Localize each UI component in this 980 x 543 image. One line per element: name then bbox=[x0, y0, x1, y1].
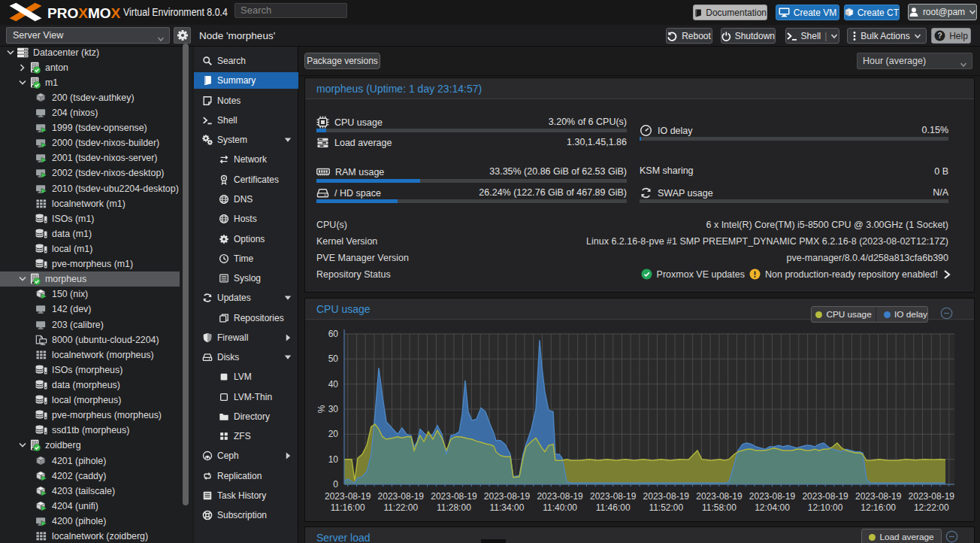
svg-text:50: 50 bbox=[328, 353, 339, 364]
svg-text:10: 10 bbox=[328, 454, 339, 465]
svg-text:11:52:00: 11:52:00 bbox=[649, 502, 683, 513]
svg-text:2023-08-19: 2023-08-19 bbox=[855, 491, 902, 502]
svg-text:%: % bbox=[316, 405, 327, 413]
svg-text:2023-08-19: 2023-08-19 bbox=[696, 491, 743, 502]
svg-text:2023-08-19: 2023-08-19 bbox=[484, 491, 531, 502]
svg-text:20: 20 bbox=[328, 429, 339, 439]
svg-text:2023-08-19: 2023-08-19 bbox=[431, 491, 477, 502]
svg-text:12:22:00: 12:22:00 bbox=[914, 502, 949, 513]
svg-text:40: 40 bbox=[328, 379, 339, 390]
svg-text:12:04:00: 12:04:00 bbox=[755, 502, 790, 513]
svg-text:11:16:00: 11:16:00 bbox=[331, 502, 365, 513]
svg-text:2023-08-19: 2023-08-19 bbox=[802, 491, 848, 502]
svg-text:11:58:00: 11:58:00 bbox=[702, 502, 737, 513]
svg-text:11:46:00: 11:46:00 bbox=[596, 502, 631, 513]
svg-text:11:40:00: 11:40:00 bbox=[543, 502, 577, 513]
svg-text:2023-08-19: 2023-08-19 bbox=[537, 491, 583, 502]
svg-text:2023-08-19: 2023-08-19 bbox=[909, 491, 955, 502]
svg-text:12:16:00: 12:16:00 bbox=[861, 502, 896, 513]
svg-text:11:22:00: 11:22:00 bbox=[383, 502, 418, 513]
svg-text:11:28:00: 11:28:00 bbox=[437, 502, 471, 513]
svg-text:2023-08-19: 2023-08-19 bbox=[378, 491, 425, 502]
svg-text:11:34:00: 11:34:00 bbox=[490, 502, 525, 513]
svg-text:60: 60 bbox=[328, 329, 339, 339]
svg-text:30: 30 bbox=[328, 404, 339, 414]
svg-text:12:10:00: 12:10:00 bbox=[808, 502, 843, 513]
svg-text:2023-08-19: 2023-08-19 bbox=[749, 491, 796, 502]
svg-text:2023-08-19: 2023-08-19 bbox=[643, 491, 690, 502]
svg-text:2023-08-19: 2023-08-19 bbox=[590, 491, 637, 502]
svg-text:0: 0 bbox=[333, 479, 338, 490]
svg-text:2023-08-19: 2023-08-19 bbox=[325, 491, 371, 502]
